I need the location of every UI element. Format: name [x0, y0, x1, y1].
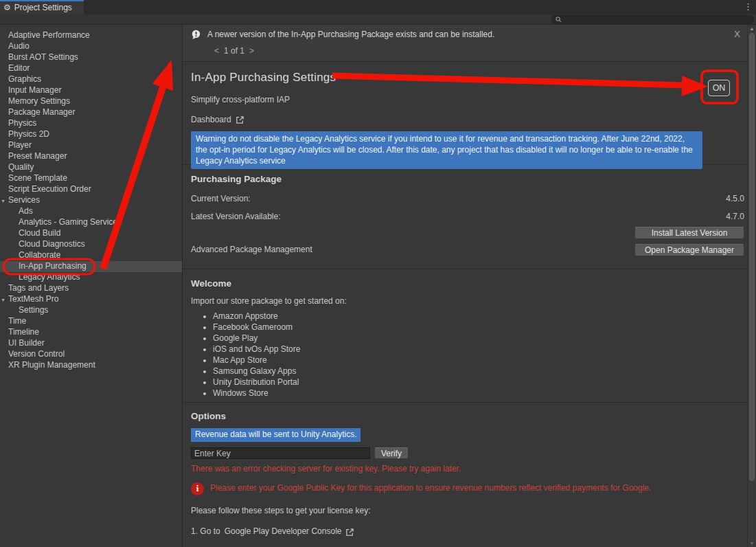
- verify-button[interactable]: Verify: [374, 447, 409, 459]
- sidebar-item-analytics-gaming-services[interactable]: Analytics - Gaming Services: [0, 217, 182, 228]
- sidebar-item-input-manager[interactable]: Input Manager: [0, 85, 182, 96]
- tab-project-settings[interactable]: ⚙ Project Settings: [0, 0, 84, 14]
- sidebar-item-collaborate[interactable]: Collaborate: [0, 250, 182, 261]
- kebab-menu-icon[interactable]: ⋮: [744, 1, 753, 13]
- advanced-package-label: Advanced Package Management: [191, 245, 312, 256]
- chevron-down-icon[interactable]: ▼: [1, 198, 5, 204]
- sidebar-item-label: Player: [8, 140, 32, 151]
- sidebar-item-time[interactable]: Time: [0, 316, 182, 327]
- sidebar-item-label: XR Plugin Management: [8, 360, 95, 371]
- google-play-console-link[interactable]: Google Play Developer Console: [225, 526, 342, 537]
- console-message-icon: [191, 30, 201, 40]
- sidebar-item-preset-manager[interactable]: Preset Manager: [0, 151, 182, 162]
- version-label: Current Version:: [191, 194, 251, 205]
- welcome-intro: Import our store package to get started …: [191, 296, 739, 307]
- install-latest-version-button[interactable]: Install Latest Version: [634, 227, 744, 239]
- page-subtitle: Simplify cross-platform IAP: [191, 95, 739, 106]
- legacy-analytics-warning: Warning do not disable the Legacy Analyt…: [191, 131, 702, 169]
- version-row: Latest Version Available:4.7.0: [191, 212, 744, 223]
- sidebar-item-physics[interactable]: Physics: [0, 118, 182, 129]
- store-list-item: Mac App Store: [213, 355, 739, 366]
- section-heading-options: Options: [191, 410, 739, 423]
- external-link-icon[interactable]: [345, 528, 354, 537]
- sidebar-item-in-app-purchasing[interactable]: In-App Purchasing: [0, 261, 182, 272]
- open-package-manager-button[interactable]: Open Package Manager: [634, 244, 744, 256]
- pager-label: 1 of 1: [224, 46, 244, 57]
- sidebar-item-timeline[interactable]: Timeline: [0, 327, 182, 338]
- sidebar-item-package-manager[interactable]: Package Manager: [0, 107, 182, 118]
- sidebar-item-services[interactable]: ▼Services: [0, 195, 182, 206]
- sidebar-item-label: Graphics: [8, 74, 41, 85]
- project-settings-window: ⚙ Project Settings ⋮ Adaptive Performanc…: [0, 0, 756, 547]
- chevron-down-icon[interactable]: ▼: [1, 297, 5, 303]
- search-box[interactable]: [551, 15, 754, 24]
- sidebar-item-legacy-analytics[interactable]: Legacy Analytics: [0, 272, 182, 283]
- sidebar-item-label: Input Manager: [8, 85, 61, 96]
- sidebar-item-graphics[interactable]: Graphics: [0, 74, 182, 85]
- version-value: 4.7.0: [726, 212, 744, 223]
- analytics-notice-badge: Revenue data will be sent to Unity Analy…: [191, 428, 360, 443]
- steps-intro: Please follow these steps to get your li…: [191, 506, 739, 517]
- sidebar-item-adaptive-performance[interactable]: Adaptive Performance: [0, 30, 182, 41]
- sidebar-item-memory-settings[interactable]: Memory Settings: [0, 96, 182, 107]
- options-section: Options Revenue data will be sent to Uni…: [183, 403, 747, 547]
- google-key-notice: Please enter your Google Public Key for …: [210, 483, 651, 494]
- scroll-down-icon[interactable]: ▼: [748, 540, 756, 546]
- sidebar-item-scene-template[interactable]: Scene Template: [0, 173, 182, 184]
- close-icon[interactable]: X: [734, 29, 740, 41]
- sidebar-item-label: Scene Template: [8, 173, 67, 184]
- sidebar-item-textmesh-pro[interactable]: ▼TextMesh Pro: [0, 294, 182, 305]
- dashboard-link[interactable]: Dashboard: [191, 115, 231, 126]
- sidebar-item-label: TextMesh Pro: [8, 294, 58, 305]
- sidebar-item-script-execution-order[interactable]: Script Execution Order: [0, 184, 182, 195]
- sidebar-item-burst-aot-settings[interactable]: Burst AOT Settings: [0, 52, 182, 63]
- scroll-up-icon[interactable]: ▲: [748, 25, 756, 32]
- version-value: 4.5.0: [726, 194, 744, 205]
- pager-prev-icon[interactable]: <: [214, 46, 219, 57]
- sidebar-item-cloud-build[interactable]: Cloud Build: [0, 228, 182, 239]
- scrollbar-thumb[interactable]: [749, 33, 755, 481]
- sidebar-item-label: Quality: [8, 162, 34, 173]
- search-input[interactable]: [564, 16, 753, 23]
- sidebar-item-label: Legacy Analytics: [19, 272, 80, 283]
- sidebar-item-ads[interactable]: Ads: [0, 206, 182, 217]
- sidebar-item-label: Version Control: [8, 349, 65, 360]
- notification-bar: A newer version of the In-App Purchasing…: [183, 25, 747, 62]
- sidebar-item-settings[interactable]: Settings: [0, 305, 182, 316]
- sidebar-item-label: Script Execution Order: [8, 184, 91, 195]
- section-heading-welcome: Welcome: [191, 278, 739, 290]
- notification-message: A newer version of the In-App Purchasing…: [207, 30, 494, 41]
- vertical-scrollbar[interactable]: ▲ ▼: [747, 25, 756, 547]
- version-label: Latest Version Available:: [191, 212, 281, 223]
- store-list-item: Samsung Galaxy Apps: [213, 366, 739, 377]
- search-icon: [555, 16, 562, 23]
- sidebar-item-tags-and-layers[interactable]: Tags and Layers: [0, 283, 182, 294]
- sidebar-item-cloud-diagnostics[interactable]: Cloud Diagnostics: [0, 239, 182, 250]
- sidebar-item-player[interactable]: Player: [0, 140, 182, 151]
- enter-key-input[interactable]: [191, 447, 370, 459]
- sidebar-item-xr-plugin-management[interactable]: XR Plugin Management: [0, 360, 182, 371]
- sidebar-item-label: Analytics - Gaming Services: [19, 217, 122, 228]
- sidebar-item-label: Timeline: [8, 327, 39, 338]
- pager-next-icon[interactable]: >: [249, 46, 254, 57]
- service-on-toggle[interactable]: ON: [708, 80, 730, 96]
- version-row: Current Version:4.5.0: [191, 194, 744, 205]
- sidebar-item-label: Preset Manager: [8, 151, 67, 162]
- welcome-section: Welcome Import our store package to get …: [183, 269, 747, 403]
- header-section: In-App Purchasing Settings ON Simplify c…: [183, 62, 747, 165]
- purchasing-package-section: Purchasing Package Current Version:4.5.0…: [183, 165, 747, 269]
- key-check-error-text: There was an error checking server for e…: [191, 464, 739, 475]
- sidebar-item-label: Physics: [8, 118, 36, 129]
- sidebar-item-physics-2d[interactable]: Physics 2D: [0, 129, 182, 140]
- store-list-item: Windows Store: [213, 388, 739, 399]
- store-list-item: iOS and tvOs App Store: [213, 344, 739, 355]
- sidebar-item-ui-builder[interactable]: UI Builder: [0, 338, 182, 349]
- sidebar-item-audio[interactable]: Audio: [0, 41, 182, 52]
- store-list-item: Unity Distribution Portal: [213, 377, 739, 388]
- sidebar-item-editor[interactable]: Editor: [0, 63, 182, 74]
- sidebar-item-label: Memory Settings: [8, 96, 70, 107]
- external-link-icon[interactable]: [236, 115, 244, 124]
- sidebar-item-label: Cloud Build: [19, 228, 60, 239]
- sidebar-item-quality[interactable]: Quality: [0, 162, 182, 173]
- sidebar-item-version-control[interactable]: Version Control: [0, 349, 182, 360]
